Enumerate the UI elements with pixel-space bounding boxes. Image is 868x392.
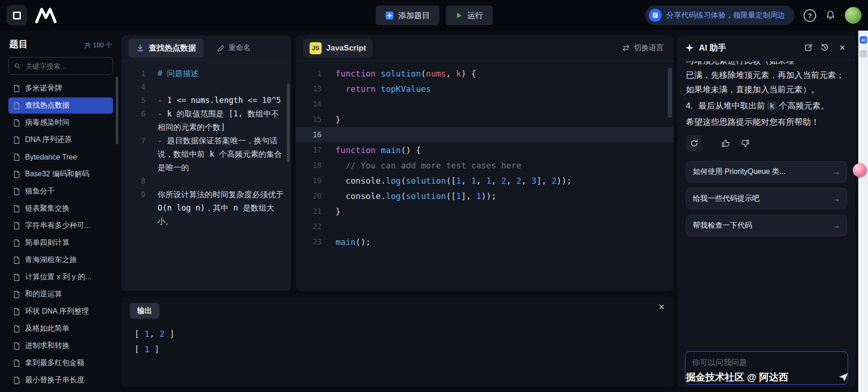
text-segment: - (158, 109, 167, 118)
sidebar-item-label: 猫鱼分干 (25, 186, 55, 196)
sidebar-item[interactable]: 拿到最多红包金额 (8, 355, 113, 371)
text-segment: nums (426, 69, 446, 78)
code-line[interactable]: 23main(); (296, 234, 674, 250)
code-line[interactable]: 6- k 的取值范围是 [1, 数组中不相同的元素的个数] (127, 107, 285, 134)
line-text: console.log(solution([1, 1, 1, 2, 2, 3],… (336, 176, 572, 186)
text-segment: 个高频元素。 (777, 101, 829, 110)
sidebar-item[interactable]: 和的逆运算 (8, 286, 113, 302)
language-pill[interactable]: JS JavaScript (303, 39, 373, 58)
marscode-logo-icon[interactable] (35, 7, 57, 23)
notification-bell-icon[interactable] (825, 10, 836, 20)
sidebar-scrollbar[interactable] (116, 77, 118, 144)
line-number: 20 (296, 192, 322, 200)
search-box[interactable] (8, 57, 113, 75)
extension-ai-icon[interactable]: AI (860, 36, 867, 44)
code-line[interactable]: 14 (296, 96, 674, 112)
run-button[interactable]: 运行 (446, 6, 493, 25)
ai-suggestion-label: 给我一些代码提示吧 (693, 194, 760, 204)
thumbs-up-icon[interactable] (721, 139, 730, 148)
code-line[interactable]: 19 console.log(solution([1, 1, 1, 2, 2, … (296, 173, 674, 188)
sidebar-item[interactable]: 及格如此简单 (8, 321, 113, 337)
document-icon (13, 85, 20, 92)
sidebar-item[interactable]: 病毒感染时间 (8, 115, 113, 131)
ai-header-icons: × (805, 42, 848, 53)
document-icon (13, 257, 20, 264)
sidebar-item-label: 及格如此简单 (25, 324, 70, 334)
line-number: 17 (296, 146, 322, 154)
ai-input-field[interactable] (691, 356, 842, 379)
sidebar-item[interactable]: 环状 DNA 序列整理 (8, 303, 113, 320)
share-banner[interactable]: 分享代码练习体验，领限量定制周边 (645, 6, 794, 25)
sidebar-item[interactable]: Cion 勘察病毒 (8, 389, 113, 392)
code-line[interactable]: 15} (296, 112, 674, 127)
problem-lines[interactable]: 1# 问题描述45- 1 <= nums.length <= 10^56- k … (121, 61, 291, 291)
sidebar-item[interactable]: 查找热点数据 (8, 97, 113, 114)
line-text: function solution(nums, k) { (336, 69, 476, 78)
code-line[interactable]: 13 return topKValues (296, 81, 674, 96)
code-line[interactable]: 5- 1 <= nums.length <= 10^5 (127, 94, 285, 107)
code-line[interactable]: 16 (296, 127, 674, 142)
sidebar-item[interactable]: DNA 序列还原 (8, 132, 113, 148)
line-number: 1 (127, 67, 146, 80)
ai-close-icon[interactable]: × (836, 42, 848, 53)
thumbs-down-icon[interactable] (741, 139, 750, 148)
ai-input-box[interactable] (685, 351, 848, 385)
text-segment: )); (557, 176, 572, 186)
sidebar-item[interactable]: 简单四则计算 (8, 235, 113, 251)
code-line[interactable]: 8 (127, 174, 285, 188)
sidebar-item-label: 最小替换子串长度 (25, 375, 84, 385)
text-segment (376, 145, 381, 155)
app-logo-tile[interactable] (6, 5, 27, 26)
code-line[interactable]: 18 // You can add more test cases here (296, 158, 674, 173)
text-segment: ( (401, 176, 406, 186)
ai-clipped-line: 与堆顶元素进行比较（如果堆 (686, 61, 847, 68)
sidebar-item-label: 计算位置 x 到 y 的... (25, 272, 91, 282)
sidebar-item[interactable]: 猫鱼分干 (8, 183, 113, 199)
output-close-icon[interactable]: × (659, 302, 665, 312)
regenerate-icon[interactable] (686, 135, 703, 152)
sidebar-item[interactable]: 最小替换子串长度 (8, 372, 113, 388)
problem-title-button[interactable]: 查找热点数据 (129, 39, 203, 58)
rename-button[interactable]: 重命名 (215, 43, 253, 53)
sidebar-item-label: DNA 序列还原 (25, 135, 72, 145)
code-line[interactable]: 17function main() { (296, 142, 674, 158)
help-icon[interactable]: ? (804, 9, 816, 22)
user-avatar[interactable] (845, 7, 862, 24)
sidebar-item[interactable]: 链表聚集交换 (8, 200, 113, 217)
sidebar-item[interactable]: Base32 编码和解码 (8, 166, 113, 182)
code-editor-panel: JS JavaScript 切换语言 1function solution(nu… (296, 35, 674, 291)
document-icon (13, 154, 20, 161)
add-problem-button[interactable]: 添加题目 (376, 6, 439, 25)
code-line[interactable]: 7- 题目数据保证答案唯一，换句话说，数组中前 k 个高频元素的集合是唯一的 (127, 134, 285, 174)
sidebar-item[interactable]: 计算位置 x 到 y 的... (8, 269, 113, 285)
code-line[interactable]: 1function solution(nums, k) { (296, 66, 674, 81)
code-line[interactable]: 22 (296, 219, 674, 234)
ai-suggestion-chip[interactable]: 如何使用 PriorityQueue 类...→ (686, 161, 847, 182)
sidebar-item[interactable]: 字符串有多少种可... (8, 218, 113, 234)
history-icon[interactable] (820, 43, 829, 52)
text-segment: ([ (446, 191, 456, 201)
text-segment: 你所设计算法的时间复杂度必须优于 (158, 190, 288, 199)
line-number: 21 (296, 207, 322, 216)
search-input[interactable] (25, 62, 107, 71)
code-line[interactable]: 21} (296, 204, 674, 219)
sidebar-item[interactable]: 进制求和转换 (8, 338, 113, 354)
new-chat-icon[interactable] (805, 44, 813, 52)
code-line[interactable]: 1# 问题描述 (127, 67, 285, 80)
floating-assistant-avatar[interactable] (853, 163, 867, 177)
extension-icon[interactable] (860, 50, 867, 58)
code-line[interactable]: 20 console.log(solution([1], 1)); (296, 188, 674, 204)
ai-suggestion-chip[interactable]: 给我一些代码提示吧→ (686, 188, 847, 209)
editor-lines[interactable]: 1function solution(nums, k) {13 return t… (296, 61, 674, 291)
ai-header: AI 助手 × (678, 35, 855, 60)
code-line[interactable]: 9你所设计算法的时间复杂度必须优于 O(n log n)，其中 n 是数组大小。 (127, 188, 285, 228)
ai-suggestion-chip[interactable]: 帮我检查一下代码→ (686, 215, 847, 236)
sidebar-item[interactable]: Bytedance Tree (8, 149, 113, 165)
code-line[interactable]: 4 (127, 80, 285, 94)
sidebar-item[interactable]: 青海湖租车之旅 (8, 252, 113, 268)
editor-scrollbar[interactable] (668, 68, 672, 118)
switch-language-button[interactable]: 切换语言 (619, 43, 666, 53)
problem-scrollbar[interactable] (287, 84, 290, 162)
output-panel: 输出 × [ 1, 2 ][ 1 ] (121, 296, 674, 387)
sidebar-item[interactable]: 多米诺骨牌 (8, 80, 113, 96)
